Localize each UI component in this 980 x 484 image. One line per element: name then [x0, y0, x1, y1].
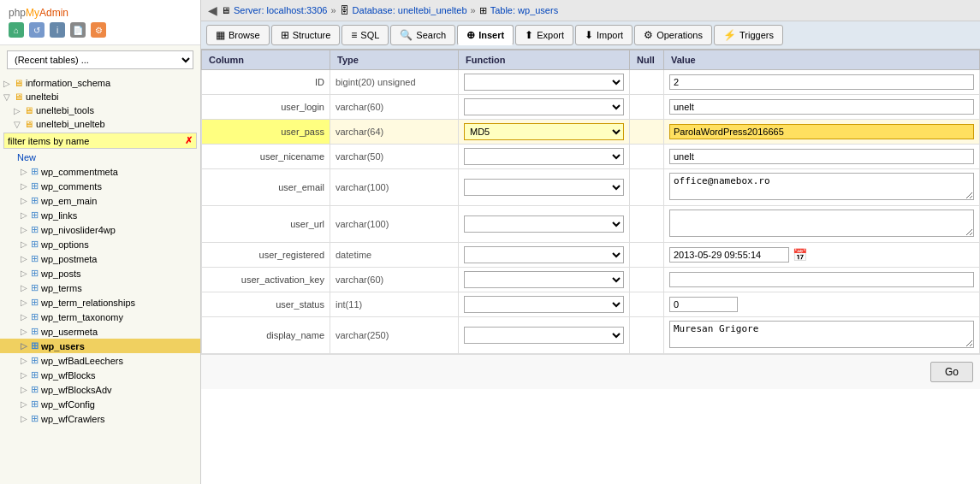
cell-null-7 — [630, 268, 664, 292]
function-select-8[interactable] — [464, 296, 624, 313]
function-select-3[interactable] — [464, 148, 624, 165]
filter-clear-button[interactable]: ✗ — [185, 135, 193, 146]
function-select-5[interactable] — [464, 215, 624, 233]
cell-value-3[interactable] — [664, 145, 980, 169]
tab-search[interactable]: 🔍 Search — [390, 25, 455, 45]
docs-icon[interactable]: 📄 — [70, 22, 86, 38]
sidebar-item-wp-term-taxonomy[interactable]: ▷ ⊞ wp_term_taxonomy — [0, 310, 200, 324]
database-link[interactable]: Database: uneltebi_unelteb — [353, 5, 467, 15]
cell-function-0[interactable] — [459, 70, 630, 95]
cell-value-5[interactable] — [664, 206, 980, 243]
sidebar-item-wp-commentmeta[interactable]: ▷ ⊞ wp_commentmeta — [0, 164, 200, 179]
value-textarea-9[interactable] — [669, 321, 974, 348]
function-select-2[interactable]: MD5 — [464, 123, 624, 140]
function-select-7[interactable] — [464, 271, 624, 288]
value-input-2[interactable] — [669, 124, 974, 139]
sidebar-item-wp-term-relationships[interactable]: ▷ ⊞ wp_term_relationships — [0, 295, 200, 310]
value-datetime-input-6[interactable] — [669, 247, 789, 263]
tab-browse[interactable]: ▦ Browse — [206, 25, 270, 45]
function-select-0[interactable] — [464, 74, 624, 91]
cell-value-9[interactable] — [664, 317, 980, 354]
sidebar: phpMyAdmin ⌂ ↺ i 📄 ⚙ (Recent tables) ...… — [0, 0, 201, 484]
cell-null-6 — [630, 243, 664, 268]
toolbar: ▦ Browse ⊞ Structure ≡ SQL 🔍 Search ⊕ In… — [201, 21, 980, 50]
cell-function-6[interactable] — [459, 243, 630, 268]
tab-insert[interactable]: ⊕ Insert — [457, 25, 514, 45]
sidebar-item-wp-em-main[interactable]: ▷ ⊞ wp_em_main — [0, 193, 200, 208]
function-select-4[interactable] — [464, 179, 624, 196]
value-input-1[interactable] — [669, 99, 974, 115]
cell-value-4[interactable] — [664, 169, 980, 206]
sidebar-item-wp-users[interactable]: ▷ ⊞ wp_users — [0, 339, 200, 353]
calendar-icon-6[interactable]: 📅 — [793, 248, 807, 262]
cell-function-4[interactable] — [459, 169, 630, 206]
tab-operations[interactable]: ⚙ Operations — [634, 25, 712, 45]
sidebar-item-wp-wfCrawlers[interactable]: ▷ ⊞ wp_wfCrawlers — [0, 411, 200, 426]
cell-null-1 — [630, 95, 664, 120]
home-icon[interactable]: ⌂ — [9, 22, 24, 38]
cell-column-1: user_login — [202, 95, 330, 120]
function-select-6[interactable] — [464, 246, 624, 263]
recent-tables-select[interactable]: (Recent tables) ... — [7, 50, 193, 69]
cell-null-2 — [630, 120, 664, 145]
sidebar-item-wp-usermeta[interactable]: ▷ ⊞ wp_usermeta — [0, 324, 200, 339]
value-input-0[interactable] — [669, 74, 974, 90]
cell-function-8[interactable] — [459, 292, 630, 317]
sidebar-item-wp-terms[interactable]: ▷ ⊞ wp_terms — [0, 280, 200, 295]
sidebar-item-wp-wfBlocksAdv[interactable]: ▷ ⊞ wp_wfBlocksAdv — [0, 382, 200, 397]
main-content: ◀ 🖥 Server: localhost:3306 » 🗄 Database:… — [201, 0, 980, 484]
back-button[interactable]: ◀ — [208, 3, 217, 17]
go-button[interactable]: Go — [930, 362, 973, 382]
sidebar-item-uneltebi[interactable]: ▽ 🖥 uneltebi — [0, 90, 200, 103]
tab-import[interactable]: ⬇ Import — [575, 25, 633, 45]
cell-value-8[interactable] — [664, 292, 980, 317]
sidebar-item-wp-options[interactable]: ▷ ⊞ wp_options — [0, 237, 200, 251]
tab-export[interactable]: ⬆ Export — [515, 25, 573, 45]
tab-sql[interactable]: ≡ SQL — [342, 25, 389, 45]
value-input-8[interactable] — [669, 297, 738, 312]
value-input-3[interactable] — [669, 149, 974, 164]
value-input-7[interactable] — [669, 272, 974, 287]
cell-value-7[interactable] — [664, 268, 980, 292]
server-link[interactable]: Server: localhost:3306 — [234, 5, 327, 15]
tab-triggers[interactable]: ⚡ Triggers — [714, 25, 783, 45]
expand-icon: ▷ — [14, 106, 22, 115]
sidebar-item-wp-posts[interactable]: ▷ ⊞ wp_posts — [0, 266, 200, 280]
sidebar-item-information-schema[interactable]: ▷ 🖥 information_schema — [0, 76, 200, 90]
sidebar-item-wp-wfConfig[interactable]: ▷ ⊞ wp_wfConfig — [0, 397, 200, 411]
sidebar-item-uneltebi-unelteb[interactable]: ▽ 🖥 uneltebi_unelteb — [0, 117, 200, 131]
value-textarea-4[interactable] — [669, 173, 974, 200]
cell-function-1[interactable] — [459, 95, 630, 120]
sidebar-item-wp-nivoslider4wp[interactable]: ▷ ⊞ wp_nivoslider4wp — [0, 222, 200, 237]
sidebar-item-wp-comments[interactable]: ▷ ⊞ wp_comments — [0, 179, 200, 193]
sidebar-item-wp-wfBadLeechers[interactable]: ▷ ⊞ wp_wfBadLeechers — [0, 353, 200, 368]
table-icon: ⊞ — [31, 398, 39, 410]
cell-value-2[interactable] — [664, 120, 980, 145]
sidebar-new-button[interactable]: New — [0, 151, 200, 164]
tab-structure[interactable]: ⊞ Structure — [271, 25, 341, 45]
table-link[interactable]: Table: wp_users — [490, 5, 559, 15]
cell-function-9[interactable] — [459, 317, 630, 354]
sidebar-item-uneltebi-tools[interactable]: ▷ 🖥 uneltebi_tools — [0, 103, 200, 117]
function-select-1[interactable] — [464, 98, 624, 115]
refresh-icon[interactable]: ↺ — [29, 22, 45, 38]
cell-value-6[interactable]: 📅 — [664, 243, 980, 268]
sidebar-item-wp-links[interactable]: ▷ ⊞ wp_links — [0, 208, 200, 222]
cell-function-2[interactable]: MD5 — [459, 120, 630, 145]
cell-null-3 — [630, 145, 664, 169]
settings-icon[interactable]: ⚙ — [91, 22, 106, 38]
cell-type-1: varchar(60) — [330, 95, 459, 120]
cell-function-7[interactable] — [459, 268, 630, 292]
function-select-9[interactable] — [464, 327, 624, 344]
cell-value-1[interactable] — [664, 95, 980, 120]
cell-type-5: varchar(100) — [330, 206, 459, 243]
sidebar-item-wp-postmeta[interactable]: ▷ ⊞ wp_postmeta — [0, 251, 200, 266]
table-icon: ⊞ — [31, 384, 39, 395]
cell-function-5[interactable] — [459, 206, 630, 243]
cell-value-0[interactable] — [664, 70, 980, 95]
value-textarea-5[interactable] — [669, 210, 974, 237]
info-icon[interactable]: i — [50, 22, 65, 38]
table-icon: ⊞ — [31, 239, 39, 250]
cell-function-3[interactable] — [459, 145, 630, 169]
sidebar-item-wp-wfBlocks[interactable]: ▷ ⊞ wp_wfBlocks — [0, 368, 200, 382]
